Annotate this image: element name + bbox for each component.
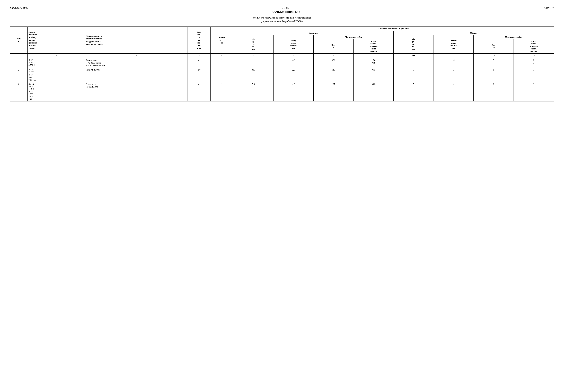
row3-col6: 5,0	[234, 82, 274, 101]
header-col-num: №№пп	[10, 27, 28, 54]
column-numbers-row: 1 2 3 4 5 6 7 8 9 IO II I2 I3	[10, 54, 554, 58]
row1-col7: I6,3	[273, 58, 313, 68]
header-equipment-unit: обо-ру-до-ва-ния	[234, 35, 274, 54]
col-num-12: I2	[474, 54, 514, 58]
page-number: - 170-	[28, 7, 544, 10]
row2-col7: 2,5	[273, 68, 313, 82]
row2-num: 2	[10, 68, 28, 82]
header-equipment-total: обо-ру-до-ва-ния	[394, 35, 434, 54]
header-col-pricelist: Наиме-нованиепрейску-ранта,ценникаи № по…	[28, 27, 85, 54]
row1-description: Ящик типаЯУЗ 0863 разме-ром 800x600x350м…	[85, 58, 188, 68]
row3-col8: I,67	[313, 82, 354, 101]
header-cost-group: Сметная стоимость (в рублях)	[234, 27, 554, 31]
header-col-description: Наименование ихарактеристикаоборудования…	[85, 27, 188, 54]
header-row-1: №№пп Наиме-нованиепрейску-ранта,ценникаи…	[10, 27, 554, 31]
header-center: - 170- КАЛЬКУЛЯЦИЯ № 3	[28, 7, 544, 14]
row1-qty: I	[210, 58, 234, 68]
row1-position: I5-I7I-I028-572-4	[28, 58, 85, 68]
table-row: 3 Доп.I2I5-0404-543I5-I7I-3868-574-- 45 …	[10, 82, 554, 101]
row2-description: Реле РТ 40/IОУ4	[85, 68, 188, 82]
col-num-11: II	[434, 54, 474, 58]
row2-col12: I	[474, 68, 514, 82]
header-factory-unit: Завод-скогомонта-жа	[273, 35, 313, 54]
row2-col13: I	[514, 68, 554, 82]
main-table: №№пп Наиме-нованиепрейску-ранта,ценникаи…	[10, 27, 554, 101]
col-num-10: IO	[394, 54, 434, 58]
row1-col10: -	[394, 58, 434, 68]
row1-num: I	[10, 58, 28, 68]
table-row: 2 I5-04I3-053I5-I7I-4288-574-55 Реле РТ …	[10, 68, 554, 82]
row3-position: Доп.I2I5-0404-543I5-I7I-3868-574-- 45	[28, 82, 85, 101]
header-montazh-unit: Монтажных работ	[313, 35, 393, 39]
header-col-qty: Коли-чест-во	[210, 27, 234, 54]
document-subtitle: стоимости оборудования,изготовления и мо…	[10, 16, 554, 23]
header-montazh-total: Монтажных работ	[474, 35, 554, 39]
header-vsego-total: Все-го	[474, 39, 514, 54]
header-total: Общая	[394, 31, 554, 35]
header-right: 19581-11	[544, 7, 554, 10]
row3-description: ПускательПМЕ-IIОIО4	[85, 82, 188, 101]
row1-col6: -	[234, 58, 274, 68]
row1-col8: 4,72	[313, 58, 354, 68]
header-col-unit: Еди-ни-цаиз-ме-ре-ния	[188, 27, 210, 54]
col-num-3: 3	[85, 54, 188, 58]
col-num-5: 5	[210, 54, 234, 58]
row2-unit: шт	[188, 68, 210, 82]
row3-col12: 2	[474, 82, 514, 101]
header-vtch-unit: в т.ч.варпл.основ.поэкспл.машин	[354, 39, 394, 54]
col-num-7: 7	[273, 54, 313, 58]
row3-qty: I	[210, 82, 234, 101]
header-vtch-total: в т.ч.зарпл.основ.поэкспл.машин	[514, 39, 554, 54]
row3-col10: 5	[394, 82, 434, 101]
header-factory-total: Завод-скогомонта-жа	[434, 35, 474, 54]
row3-col7: 4,2	[273, 82, 313, 101]
row3-col11: 4	[434, 82, 474, 101]
row1-col9: 1,58 0,79	[354, 58, 394, 68]
row2-qty: I	[210, 68, 234, 82]
row3-unit: шт	[188, 82, 210, 101]
row1-col13: 2 I	[514, 58, 554, 68]
row2-col8: I,I9	[313, 68, 354, 82]
col-num-1: 1	[10, 54, 28, 58]
col-num-2: 2	[28, 54, 85, 58]
table-row: I I5-I7I-I028-572-4 Ящик типаЯУЗ 0863 ра…	[10, 58, 554, 68]
row2-col6: 3,I5	[234, 68, 274, 82]
document-title: КАЛЬКУЛЯЦИЯ № 3	[28, 10, 544, 14]
row2-col11: 3	[434, 68, 474, 82]
row1-unit: шт	[188, 58, 210, 68]
row2-col9: 0,73	[354, 68, 394, 82]
col-num-4: 4	[188, 54, 210, 58]
row3-col13: I	[514, 82, 554, 101]
row3-num: 3	[10, 82, 28, 101]
page-header: 902-I-84.84 (XI) - 170- КАЛЬКУЛЯЦИЯ № 3 …	[10, 7, 554, 14]
col-num-9: 9	[354, 54, 394, 58]
header-units: Единицы	[234, 31, 394, 35]
row1-col12: 5	[474, 58, 514, 68]
col-num-8: 8	[313, 54, 354, 58]
row1-col11: I6	[434, 58, 474, 68]
header-left: 902-I-84.84 (XI)	[10, 7, 28, 10]
row2-col10: 3	[394, 68, 434, 82]
row2-position: I5-04I3-053I5-I7I-4288-574-55	[28, 68, 85, 82]
col-num-6: 6	[234, 54, 274, 58]
col-num-13: I3	[514, 54, 554, 58]
row3-col9: 0,85	[354, 82, 394, 101]
header-vsego-unit: Все-го	[313, 39, 354, 54]
